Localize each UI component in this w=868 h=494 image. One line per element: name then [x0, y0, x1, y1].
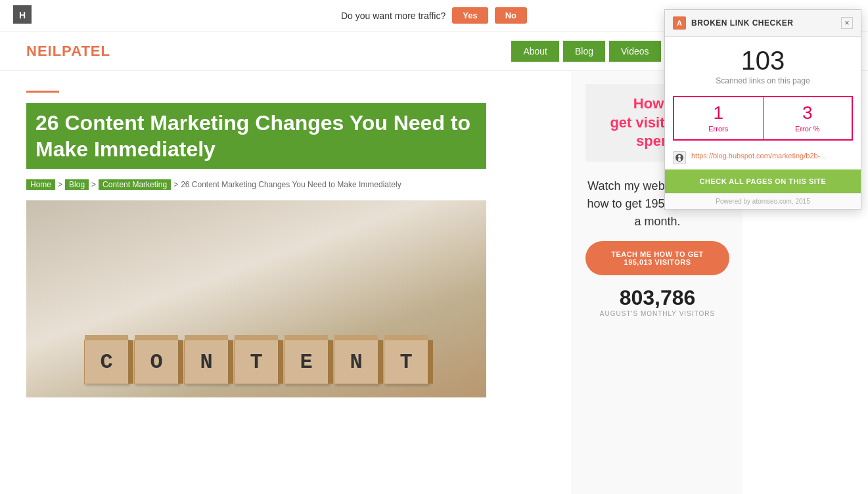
blc-errors-row: 1 Errors 3 Error %	[673, 96, 853, 141]
blc-header: A BROKEN LINK CHECKER ×	[665, 10, 861, 37]
article-title: 26 Content Marketing Changes You Need to…	[26, 103, 486, 169]
question-text: Do you want more traffic?	[341, 11, 445, 21]
blc-scanned-subtitle: Scanned links on this page	[673, 76, 853, 85]
breadcrumb: Home > Blog > Content Marketing > 26 Con…	[26, 179, 545, 190]
breadcrumb-blog[interactable]: Blog	[65, 179, 89, 190]
block-o: O	[134, 340, 179, 384]
breadcrumb-category[interactable]: Content Marketing	[99, 179, 171, 190]
blc-errors-cell: 1 Errors	[674, 97, 764, 139]
nav-blog[interactable]: Blog	[563, 41, 605, 62]
blc-stats: 103 Scanned links on this page	[665, 37, 861, 91]
blc-errors-count: 1	[679, 104, 758, 122]
svg-text:H: H	[19, 10, 26, 20]
breadcrumb-home[interactable]: Home	[26, 179, 55, 190]
nav-about[interactable]: About	[511, 41, 559, 62]
visitors-count-box: 803,786 AUGUST'S MONTHLY VISITORS	[585, 286, 729, 317]
site-name: NEILPATEL	[26, 43, 110, 60]
nav-videos[interactable]: Videos	[609, 41, 661, 62]
breadcrumb-sep1: >	[58, 180, 62, 189]
blc-footer: Powered by atomseo.com, 2015	[665, 193, 861, 209]
svg-rect-4	[678, 158, 681, 161]
block-t2: T	[384, 340, 428, 384]
site-logo-icon: H	[13, 5, 32, 26]
traffic-question: Do you want more traffic? Yes No	[341, 7, 527, 24]
blc-errors-label: Errors	[679, 125, 758, 133]
article-divider	[26, 91, 59, 93]
blc-error-pct-label: Error %	[769, 125, 847, 133]
block-e: E	[284, 340, 329, 384]
no-button[interactable]: No	[495, 7, 527, 24]
breadcrumb-sep2: >	[91, 180, 96, 189]
breadcrumb-sep3: >	[173, 180, 178, 189]
block-n: N	[184, 340, 229, 384]
breadcrumb-current: 26 Content Marketing Changes You Need to…	[181, 180, 401, 189]
content-blocks-row: C O N T E N T	[84, 340, 428, 384]
visitors-number: 803,786	[585, 286, 729, 310]
block-c: C	[84, 340, 129, 384]
block-n2: N	[334, 340, 378, 384]
cta-button[interactable]: TEACH ME HOW TO GET 195,013 VISITORS	[585, 241, 729, 275]
blc-icon: A	[673, 16, 686, 30]
article-area: 26 Content Marketing Changes You Need to…	[0, 71, 572, 494]
article-image: C O N T E N T	[26, 200, 486, 397]
blc-error-pct-cell: 3 Error %	[764, 97, 852, 139]
svg-point-3	[678, 155, 681, 158]
yes-button[interactable]: Yes	[452, 7, 488, 24]
blc-link-row: https://blog.hubspot.com/marketing/b2b-.…	[665, 146, 861, 169]
blc-error-pct: 3	[769, 104, 847, 122]
visitors-label: AUGUST'S MONTHLY VISITORS	[585, 310, 729, 317]
block-t: T	[234, 340, 279, 384]
blc-link-url[interactable]: https://blog.hubspot.com/marketing/b2b-.…	[691, 151, 826, 161]
broken-link-checker-panel: A BROKEN LINK CHECKER × 103 Scanned link…	[664, 9, 861, 210]
blc-link-icon	[673, 151, 686, 164]
blc-close-button[interactable]: ×	[841, 17, 853, 29]
blc-scanned-count: 103	[673, 47, 853, 74]
blc-title: BROKEN LINK CHECKER	[691, 18, 836, 28]
blc-check-all-button[interactable]: CHECK ALL PAGES ON THIS SITE	[665, 169, 861, 193]
